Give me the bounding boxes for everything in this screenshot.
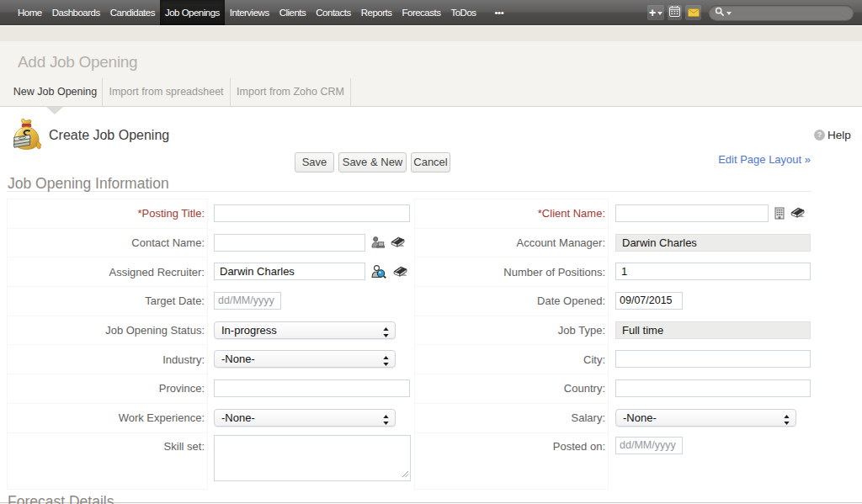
field-date-opened [609, 286, 811, 316]
account-manager-readonly-field: Darwin Charles [615, 234, 811, 252]
label-text: Target Date: [145, 294, 205, 307]
label-text: Number of Positions: [503, 266, 605, 279]
posted-on-input[interactable] [615, 437, 683, 454]
label-industry: Industry: [7, 344, 208, 374]
label-account-manager: Account Manager: [414, 228, 609, 257]
city-input[interactable] [615, 350, 811, 368]
field-posted-on [609, 432, 811, 490]
nav-item-candidates[interactable]: Candidates [105, 0, 160, 25]
field-number-of-positions [609, 257, 811, 286]
field-province [208, 374, 414, 403]
mail-icon [688, 5, 700, 20]
active-tab-notch [46, 107, 63, 114]
label-text: Industry: [162, 353, 205, 366]
tab-import-from-spreadsheet[interactable]: Import from spreadsheet [103, 78, 231, 106]
tab-new-job-opening[interactable]: New Job Opening [8, 78, 103, 106]
label-posted-on: Posted on: [414, 432, 609, 490]
nav-menu: HomeDashboardsCandidatesJob OpeningsInte… [13, 0, 508, 25]
client-name-input[interactable] [615, 204, 769, 222]
tab-import-from-zoho-crm[interactable]: Import from Zoho CRM [231, 78, 351, 106]
cancel-button[interactable]: Cancel [411, 152, 450, 172]
global-search-input[interactable] [709, 5, 854, 20]
job-opening-form: *Posting Title:*Client Name:Contact Name… [7, 199, 811, 490]
field-assigned-recruiter [208, 257, 414, 286]
label-client-name: *Client Name: [414, 199, 609, 228]
province-input[interactable] [214, 379, 410, 397]
nav-item-contacts[interactable]: Contacts [311, 0, 355, 25]
industry-select[interactable]: -None- [214, 350, 396, 368]
nav-item-home[interactable]: Home [13, 0, 47, 25]
nav-item-todos[interactable]: ToDos [445, 0, 481, 25]
work-experience-selected-value: -None- [221, 411, 255, 424]
salary-select[interactable]: -None- [615, 409, 796, 427]
help-link[interactable]: ? Help [814, 129, 851, 141]
add-record-button[interactable]: + [647, 5, 664, 20]
label-province: Province: [7, 374, 208, 403]
label-target-date: Target Date: [7, 286, 208, 316]
record-title: Create Job Opening [49, 128, 169, 143]
label-text: Salary: [572, 411, 605, 424]
form-row-8: Work Experience:-None-Salary:-None- [7, 403, 811, 432]
nav-item-dashboards[interactable]: Dashboards [47, 0, 105, 25]
label-text: Job Opening Status: [105, 324, 205, 337]
select-arrows-icon [383, 413, 389, 429]
search-icon [715, 5, 725, 20]
job-opening-status-select[interactable]: In-progress [214, 321, 396, 339]
job-opening-status-selected-value: In-progress [221, 324, 277, 337]
work-experience-select[interactable]: -None- [214, 409, 396, 427]
number-of-positions-input[interactable] [615, 263, 811, 280]
calendar-icon [669, 5, 680, 20]
country-input[interactable] [615, 379, 811, 397]
field-target-date [208, 286, 414, 316]
save-button[interactable]: Save [295, 152, 334, 172]
label-skill-set: Skill set: [7, 432, 208, 490]
posting-title-input[interactable] [214, 204, 410, 222]
nav-item-reports[interactable]: Reports [356, 0, 397, 25]
calendar-button[interactable] [668, 5, 682, 20]
label-job-opening-status: Job Opening Status: [7, 316, 208, 345]
eraser-icon[interactable] [393, 266, 408, 278]
textarea-wrap [214, 435, 411, 485]
industry-selected-value: -None- [221, 353, 255, 365]
label-text: Province: [159, 382, 205, 395]
label-country: Country: [414, 374, 609, 403]
job-type-readonly-field: Full time [615, 321, 811, 339]
more-menu-icon[interactable]: ••• [490, 0, 509, 25]
nav-item-clients[interactable]: Clients [274, 0, 311, 25]
nav-item-job-openings[interactable]: Job Openings [160, 0, 225, 25]
form-row-5: Job Opening Status:In-progressJob Type:F… [7, 316, 811, 345]
form-row-7: Province:Country: [7, 374, 811, 403]
edit-page-layout-link[interactable]: Edit Page Layout » [684, 153, 811, 166]
label-text: Skill set: [164, 440, 205, 453]
save-and-new-button[interactable]: Save & New [338, 152, 407, 172]
money-bag-icon [8, 117, 44, 156]
caret-down-icon [657, 12, 662, 15]
eraser-icon[interactable] [790, 207, 806, 219]
contact-name-input[interactable] [214, 234, 365, 252]
section-title-forecast-details: Forecast Details [8, 493, 114, 504]
field-industry: -None- [208, 344, 414, 374]
field-job-opening-status: In-progress [208, 316, 414, 345]
plus-icon: + [649, 6, 656, 19]
help-icon: ? [814, 130, 825, 141]
label-text: Contact Name: [131, 236, 205, 249]
label-text: Posted on: [553, 440, 605, 453]
nav-item-forecasts[interactable]: Forecasts [396, 0, 445, 25]
nav-item-interviews[interactable]: Interviews [225, 0, 274, 25]
field-posting-title [208, 199, 414, 228]
eraser-icon[interactable] [391, 236, 406, 248]
section-divider-forecast [0, 502, 862, 503]
mail-button[interactable] [685, 5, 701, 20]
client-lookup-icon[interactable] [774, 207, 785, 220]
field-salary: -None- [609, 403, 811, 432]
search-caret-icon[interactable] [726, 12, 732, 15]
user-lookup-icon[interactable] [371, 265, 387, 279]
date-opened-input[interactable] [615, 292, 683, 310]
contact-lookup-icon[interactable] [371, 236, 385, 248]
skill-set-textarea[interactable] [214, 435, 411, 481]
section-title-job-opening-information: Job Opening Information [8, 175, 169, 193]
target-date-input[interactable] [214, 292, 281, 310]
assigned-recruiter-input[interactable] [214, 263, 365, 280]
label-text: Assigned Recruiter: [109, 266, 205, 279]
header-tabs: New Job OpeningImport from spreadsheetIm… [8, 78, 351, 106]
